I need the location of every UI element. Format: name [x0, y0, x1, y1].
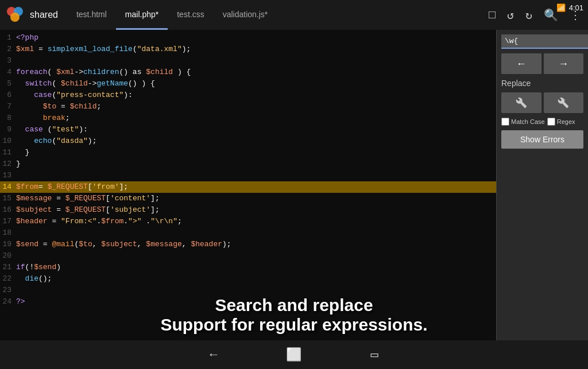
- nav-buttons: ← →: [501, 53, 583, 74]
- code-line-8: 8 break;: [0, 112, 496, 124]
- code-line-14: 14 $from= $_REQUEST['from'];: [0, 181, 496, 193]
- project-name: shared: [30, 10, 58, 20]
- back-button[interactable]: ←: [210, 348, 217, 362]
- code-line-10: 10 echo("dasda");: [0, 135, 496, 147]
- next-match-button[interactable]: →: [544, 53, 584, 74]
- code-line-1: 1 <?php: [0, 32, 496, 44]
- wifi-icon: 📶: [556, 3, 566, 12]
- search-input[interactable]: [501, 34, 588, 49]
- bottom-bar: ← ⬜ ▭: [0, 340, 588, 369]
- app-logo: [5, 5, 25, 25]
- tab-test-css[interactable]: test.css: [168, 0, 213, 30]
- prev-match-button[interactable]: ←: [501, 53, 541, 74]
- recent-apps-button[interactable]: ▭: [370, 347, 378, 363]
- match-case-checkbox[interactable]: [501, 118, 509, 126]
- show-errors-button[interactable]: Show Errors: [501, 130, 583, 149]
- code-line-16: 16 $subject = $_REQUEST['subject'];: [0, 204, 496, 216]
- code-line-2: 2 $xml = simplexml_load_file("data.xml")…: [0, 44, 496, 55]
- replace-one-button[interactable]: [501, 92, 541, 113]
- options-row: Match Case Regex: [501, 118, 583, 126]
- home-button[interactable]: ⬜: [286, 347, 301, 363]
- match-case-option[interactable]: Match Case: [501, 118, 545, 126]
- replace-label: Replace: [501, 79, 583, 88]
- time-display: 4:01: [569, 3, 583, 12]
- main-area: 1 <?php 2 $xml = simplexml_load_file("da…: [0, 30, 588, 340]
- code-line-17: 17 $header = "From:<".$from.">" ."\r\n";: [0, 216, 496, 227]
- code-content: 1 <?php 2 $xml = simplexml_load_file("da…: [0, 30, 496, 310]
- search-input-row: ⓘ: [501, 34, 583, 49]
- regex-option[interactable]: Regex: [547, 118, 575, 126]
- code-line-7: 7 $to = $child;: [0, 101, 496, 112]
- code-line-24: 24 ?>: [0, 296, 496, 308]
- redo-icon[interactable]: ↻: [523, 6, 535, 25]
- search-panel: ⓘ ← → Replace: [496, 30, 588, 340]
- code-line-23: 23: [0, 285, 496, 296]
- code-line-19: 19 $send = @mail($to, $subject, $message…: [0, 239, 496, 250]
- code-line-5: 5 switch( $child->getName() ) {: [0, 78, 496, 90]
- regex-checkbox[interactable]: [547, 118, 555, 126]
- square-icon[interactable]: □: [486, 6, 498, 24]
- undo-icon[interactable]: ↺: [505, 6, 516, 25]
- tab-validation-js[interactable]: validation.js*: [214, 0, 277, 30]
- code-editor[interactable]: 1 <?php 2 $xml = simplexml_load_file("da…: [0, 30, 496, 340]
- replace-all-button[interactable]: [544, 92, 584, 113]
- code-line-11: 11 }: [0, 147, 496, 158]
- code-line-4: 4 foreach( $xml->children() as $child ) …: [0, 67, 496, 78]
- top-bar: shared test.html mail.php* test.css vali…: [0, 0, 588, 30]
- code-line-15: 15 $message = $_REQUEST['content'];: [0, 193, 496, 204]
- code-line-22: 22 die();: [0, 273, 496, 285]
- tab-test-html[interactable]: test.html: [67, 0, 116, 30]
- code-line-20: 20: [0, 250, 496, 262]
- code-line-13: 13: [0, 170, 496, 181]
- status-bar: 📶 4:01: [556, 3, 583, 12]
- svg-point-2: [10, 13, 20, 22]
- tab-mail-php[interactable]: mail.php*: [116, 0, 168, 30]
- code-line-18: 18: [0, 227, 496, 239]
- replace-buttons: [501, 92, 583, 113]
- code-line-21: 21 if(!$send): [0, 262, 496, 273]
- code-line-12: 12 }: [0, 158, 496, 170]
- code-line-3: 3: [0, 55, 496, 67]
- code-line-9: 9 case ("test"):: [0, 124, 496, 135]
- code-line-6: 6 case("press-contact"):: [0, 90, 496, 101]
